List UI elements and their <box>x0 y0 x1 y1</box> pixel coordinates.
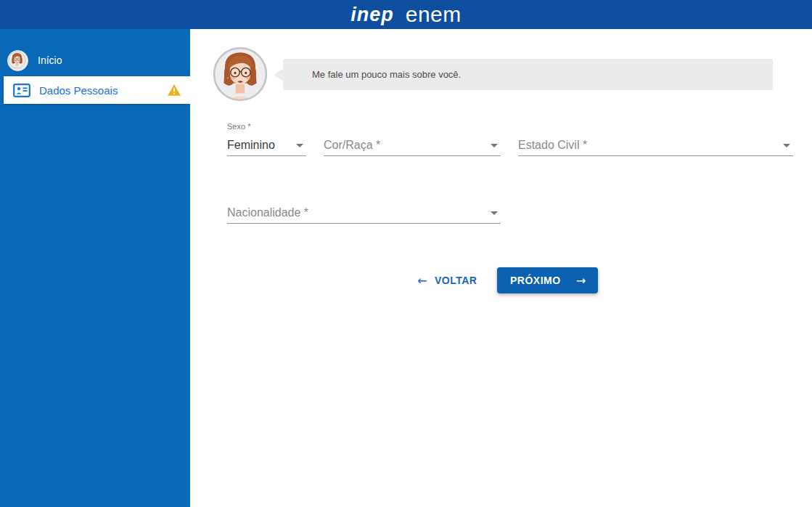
sidebar-item-dados-pessoais[interactable]: Dados Pessoais <box>4 76 190 104</box>
chevron-down-icon <box>491 211 498 215</box>
avatar-icon <box>7 50 28 71</box>
nacionalidade-placeholder: Nacionalidade * <box>227 206 308 219</box>
sidebar-item-inicio[interactable]: Início <box>0 48 190 73</box>
main-content: Me fale um pouco mais sobre você. Sexo *… <box>190 29 812 507</box>
assistant-message: Me fale um pouco mais sobre você. <box>312 69 461 80</box>
sidebar-item-label: Dados Pessoais <box>39 84 118 97</box>
cor-raca-placeholder: Cor/Raça * <box>324 139 380 152</box>
voltar-button[interactable]: ← VOLTAR <box>411 267 483 293</box>
estado-civil-select[interactable]: Estado Civil * <box>518 135 793 156</box>
nacionalidade-select[interactable]: Nacionalidade * <box>227 203 501 224</box>
assistant-avatar <box>212 46 268 102</box>
app-header: inep enem <box>0 0 812 29</box>
warning-icon <box>167 84 181 97</box>
chevron-down-icon <box>491 144 498 147</box>
cor-raca-select[interactable]: Cor/Raça * <box>324 135 501 156</box>
sexo-select[interactable]: Sexo * Feminino <box>227 122 306 156</box>
sexo-value: Feminino <box>227 139 275 152</box>
next-arrow-icon: → <box>576 274 586 288</box>
proximo-label: PRÓXIMO <box>510 275 561 286</box>
sidebar-item-label: Início <box>38 54 62 66</box>
contact-card-icon <box>13 84 30 97</box>
estado-civil-placeholder: Estado Civil * <box>518 139 587 152</box>
chevron-down-icon <box>296 144 303 147</box>
proximo-button[interactable]: PRÓXIMO → <box>497 267 598 293</box>
assistant-speech-bubble: Me fale um pouco mais sobre você. <box>283 59 773 90</box>
sidebar: Início Dados Pessoais <box>0 29 190 507</box>
enem-logo: enem <box>406 0 462 29</box>
sexo-label: Sexo * <box>227 122 306 132</box>
chevron-down-icon <box>783 144 790 147</box>
back-arrow-icon: ← <box>417 274 427 288</box>
inep-logo: inep <box>350 0 394 29</box>
voltar-label: VOLTAR <box>435 275 477 286</box>
